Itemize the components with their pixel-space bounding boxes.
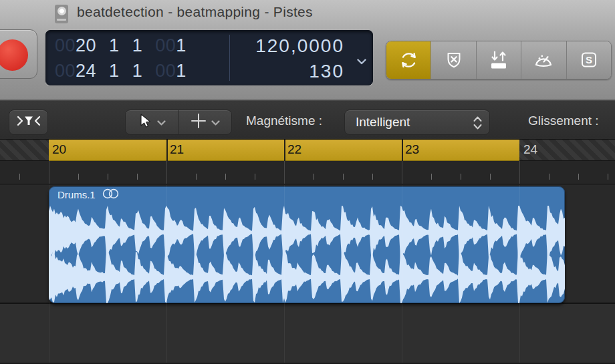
bar-tick — [402, 140, 403, 161]
cycle-end-position[interactable]: 002411001 — [55, 58, 187, 84]
stereo-interlocked-circles-icon — [102, 188, 120, 201]
beat-tick — [608, 174, 608, 180]
lcd-divider — [229, 35, 230, 81]
beat-tick — [461, 174, 461, 180]
marquee-crosshair-icon — [191, 113, 207, 132]
mode-button-group: S — [386, 41, 612, 79]
beat-tick — [431, 174, 432, 180]
record-icon — [0, 39, 28, 71]
bar-tick — [166, 140, 168, 161]
cycle-region-band[interactable]: 20 21 22 23 — [49, 140, 519, 161]
bar-number: 22 — [287, 142, 301, 157]
empty-track-lane — [0, 304, 615, 363]
control-bar: beatdetection - beatmapping - Pistes 002… — [0, 0, 615, 100]
window-title: beatdetection - beatmapping - Pistes — [77, 4, 313, 20]
autopunch-button[interactable] — [477, 41, 521, 79]
bar-number: 23 — [405, 142, 419, 157]
drag-label: Glissement : — [528, 101, 599, 140]
bar-line — [284, 161, 285, 184]
punch-arrows-icon — [489, 50, 509, 70]
bar-grid-line — [284, 185, 285, 363]
bar-number: 20 — [52, 142, 66, 157]
bar-grid-line — [402, 185, 402, 363]
tempo-secondary-value[interactable]: 130 — [309, 58, 344, 84]
shield-x-icon — [444, 50, 464, 70]
bar-tick — [284, 140, 285, 161]
beat-tick — [343, 174, 344, 180]
command-click-tool-menu[interactable] — [179, 110, 232, 134]
region-name: Drums.1 — [57, 189, 96, 200]
tracks-toolbar: Magnétisme : Intelligent Glissement : — [0, 100, 615, 140]
left-click-tool-menu[interactable] — [126, 110, 179, 134]
chevron-down-icon — [157, 116, 166, 128]
chevron-down-icon — [211, 116, 220, 128]
stereo-waveform — [49, 203, 565, 303]
beat-tick — [578, 174, 579, 180]
cycle-button[interactable] — [386, 41, 431, 79]
audio-region-drums[interactable]: Drums.1 — [49, 186, 565, 303]
tracks-area: Drums.1 — [0, 184, 615, 364]
beat-tick — [549, 174, 549, 180]
beat-tick — [78, 174, 79, 180]
pointer-tool-icon — [138, 113, 152, 132]
lcd-display[interactable]: 002011001 002411001 120,0000 130 — [45, 30, 373, 85]
bar-number: 24 — [523, 142, 537, 157]
low-latency-button[interactable] — [521, 41, 566, 79]
beat-tick — [372, 174, 373, 180]
beat-tick — [108, 174, 108, 180]
solo-icon: S — [579, 50, 599, 70]
solo-button[interactable]: S — [567, 41, 611, 79]
bar-grid-line — [166, 185, 167, 363]
lcd-chevron-down-icon[interactable] — [357, 55, 366, 67]
beat-tick — [137, 174, 138, 180]
bar-line — [519, 161, 520, 184]
svg-text:S: S — [586, 54, 592, 65]
beat-ruler[interactable] — [0, 161, 615, 184]
catch-playhead-button[interactable] — [9, 110, 48, 135]
beat-tick — [255, 174, 255, 180]
beat-tick — [196, 174, 197, 180]
bar-ruler[interactable]: 20 21 22 23 24 — [0, 140, 615, 161]
record-button[interactable] — [0, 29, 37, 79]
project-icon — [55, 5, 68, 23]
bar-line — [166, 161, 167, 184]
catch-playhead-icon — [16, 115, 41, 130]
gauge-icon — [533, 50, 554, 70]
region-header: Drums.1 — [49, 186, 565, 203]
cycle-loop-icon — [398, 50, 419, 70]
magnetism-dropdown[interactable]: Intelligent — [344, 110, 490, 135]
bar-grid-line — [519, 185, 520, 363]
bar-grid-line — [49, 185, 49, 363]
bar-line — [49, 161, 49, 184]
replace-button[interactable] — [431, 41, 476, 79]
cycle-start-position[interactable]: 002011001 — [55, 33, 187, 59]
magnetism-label: Magnétisme : — [246, 101, 322, 140]
logic-pro-window: beatdetection - beatmapping - Pistes 002… — [0, 0, 615, 364]
tool-menus — [125, 110, 232, 135]
bar-line — [402, 161, 402, 184]
tempo-value[interactable]: 120,0000 — [255, 33, 344, 59]
magnetism-value: Intelligent — [356, 115, 410, 130]
beat-tick — [490, 174, 491, 180]
beat-tick — [225, 174, 226, 180]
updown-chevron-icon — [473, 116, 482, 134]
beat-tick — [314, 174, 314, 180]
bar-number: 21 — [170, 142, 184, 157]
beat-tick — [19, 174, 20, 180]
